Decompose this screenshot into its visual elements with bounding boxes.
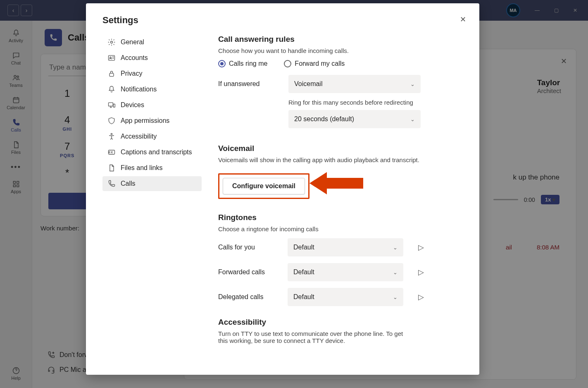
calls-for-you-select[interactable]: Default ⌄: [288, 238, 403, 256]
chevron-down-icon: ⌄: [393, 294, 398, 300]
select-value: Default: [293, 268, 314, 276]
nav-captions[interactable]: Captions and transcripts: [102, 145, 202, 160]
nav-label: Privacy: [121, 70, 142, 77]
shield-icon: [107, 117, 116, 125]
play-icon[interactable]: ▷: [418, 292, 424, 302]
call-rules-heading: Call answering rules: [218, 35, 459, 44]
svg-point-8: [111, 41, 113, 43]
captions-icon: [107, 148, 116, 156]
close-icon[interactable]: ✕: [460, 15, 466, 24]
delegated-calls-select[interactable]: Default ⌄: [288, 288, 403, 306]
callout-arrow-icon: [309, 170, 363, 197]
nav-privacy[interactable]: Privacy: [102, 66, 202, 81]
if-unanswered-select[interactable]: Voicemail ⌄: [288, 75, 421, 93]
svg-point-10: [110, 57, 111, 58]
highlight-box: Configure voicemail: [218, 173, 309, 199]
chevron-down-icon: ⌄: [393, 269, 398, 275]
nav-label: Notifications: [121, 86, 157, 93]
radio-calls-ring-me[interactable]: Calls ring me: [218, 60, 267, 67]
nav-files-links[interactable]: Files and links: [102, 160, 202, 175]
radio-forward-calls[interactable]: Forward my calls: [284, 60, 345, 67]
forwarded-calls-select[interactable]: Default ⌄: [288, 263, 403, 281]
file-icon: [107, 164, 116, 172]
settings-modal: Settings ✕ General Accounts Privacy Noti…: [86, 3, 479, 375]
calls-for-you-label: Calls for you: [218, 244, 276, 251]
radio-icon: [284, 60, 291, 67]
radio-label: Calls ring me: [229, 60, 267, 67]
chevron-down-icon: ⌄: [410, 116, 415, 122]
phone-icon: [107, 180, 116, 188]
chevron-down-icon: ⌄: [393, 244, 398, 251]
nav-label: Accessibility: [121, 133, 157, 140]
devices-icon: [107, 101, 116, 109]
call-rules-sub: Choose how you want to handle incoming c…: [218, 47, 459, 54]
ringtones-heading: Ringtones: [218, 213, 459, 222]
nav-label: Files and links: [121, 164, 162, 172]
nav-calls[interactable]: Calls: [102, 176, 202, 191]
forwarded-calls-label: Forwarded calls: [218, 268, 276, 276]
configure-voicemail-button[interactable]: Configure voicemail: [223, 178, 305, 194]
if-unanswered-label: If unanswered: [218, 80, 276, 88]
radio-icon: [218, 60, 226, 67]
select-value: Voicemail: [294, 80, 322, 88]
svg-rect-9: [109, 55, 115, 60]
nav-label: Calls: [121, 180, 136, 187]
nav-general[interactable]: General: [102, 35, 202, 50]
select-value: Default: [293, 244, 314, 251]
ringtones-sub: Choose a ringtone for incoming calls: [218, 225, 459, 232]
nav-label: Accounts: [121, 54, 148, 62]
nav-accessibility[interactable]: Accessibility: [102, 129, 202, 144]
voicemail-sub: Voicemails will show in the calling app …: [218, 156, 459, 163]
chevron-down-icon: ⌄: [410, 81, 415, 87]
svg-marker-16: [309, 172, 363, 194]
voicemail-heading: Voicemail: [218, 144, 459, 153]
radio-label: Forward my calls: [295, 60, 345, 67]
nav-app-permissions[interactable]: App permissions: [102, 113, 202, 128]
svg-rect-11: [110, 73, 114, 77]
select-value: 20 seconds (default): [294, 115, 354, 123]
accessibility-heading: Accessibility: [218, 318, 459, 327]
nav-label: Captions and transcripts: [121, 148, 192, 156]
nav-label: General: [121, 38, 144, 46]
settings-nav: General Accounts Privacy Notifications D…: [102, 35, 202, 375]
bell-icon: [107, 85, 116, 93]
play-icon[interactable]: ▷: [418, 243, 424, 252]
gear-icon: [107, 38, 116, 46]
lock-icon: [107, 69, 116, 78]
accessibility-sub: Turn on TTY to use text to communicate o…: [218, 330, 412, 344]
settings-title: Settings: [102, 15, 463, 26]
nav-devices[interactable]: Devices: [102, 98, 202, 113]
select-value: Default: [293, 293, 314, 301]
delegated-calls-label: Delegated calls: [218, 293, 276, 301]
nav-label: App permissions: [121, 117, 169, 125]
nav-label: Devices: [121, 101, 144, 109]
accessibility-icon: [107, 132, 116, 141]
ring-seconds-select[interactable]: 20 seconds (default) ⌄: [288, 110, 421, 128]
settings-content: Call answering rules Choose how you want…: [218, 35, 463, 375]
svg-rect-12: [109, 103, 113, 106]
ring-duration-desc: Ring for this many seconds before redire…: [288, 99, 459, 106]
play-icon[interactable]: ▷: [418, 268, 424, 277]
nav-notifications[interactable]: Notifications: [102, 82, 202, 97]
svg-rect-13: [113, 104, 115, 108]
svg-point-14: [111, 134, 112, 135]
id-card-icon: [107, 54, 116, 62]
nav-accounts[interactable]: Accounts: [102, 50, 202, 65]
